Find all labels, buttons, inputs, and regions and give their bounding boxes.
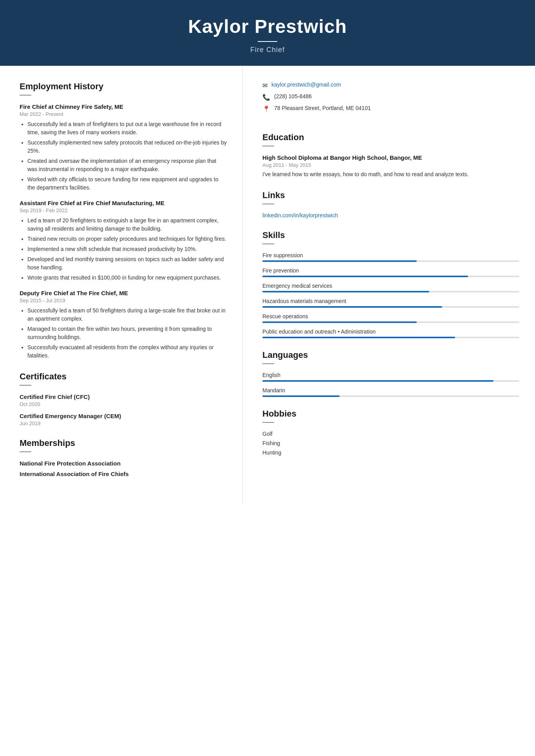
main-content: Employment History Fire Chief at Chimney… [0,66,535,505]
lang-1: Mandarin [262,387,519,397]
skill-bar-fill-1 [262,276,468,277]
job-title-header: Fire Chief [8,46,527,54]
memberships-divider [20,451,31,452]
lang-0: English [262,372,519,382]
bullet-1-2: Implemented a new shift schedule that in… [27,245,227,253]
skill-3: Hazardous materials management [262,298,519,308]
job-item-1: Assistant Fire Chief at Fire Chief Manuf… [20,200,227,282]
employment-divider [20,95,31,96]
edu-date-0: Aug 2011 - May 2015 [262,162,519,168]
lang-bar-bg-0 [262,380,519,382]
cert-item-1: Certified Emergency Manager (CEM) Jun 20… [20,413,227,426]
hobby-1: Fishing [262,440,519,446]
skill-name-3: Hazardous materials management [262,298,519,304]
lang-bar-bg-1 [262,395,519,397]
skill-0: Fire suppression [262,252,519,262]
edu-degree-0: High School Diploma at Bangor High Schoo… [262,154,519,161]
certificates-section: Certificates Certified Fire Chief (CFC) … [20,372,227,426]
job-bullets-2: Successfully led a team of 50 firefighte… [20,307,227,360]
memberships-title: Memberships [20,438,227,448]
skill-name-1: Fire prevention [262,267,519,274]
languages-title: Languages [262,350,519,360]
skill-name-0: Fire suppression [262,252,519,258]
phone-number: (228) 105-8486 [274,93,312,99]
memberships-section: Memberships National Fire Protection Ass… [20,438,227,477]
job-item-0: Fire Chief at Chimney Fire Safety, ME Ma… [20,103,227,192]
lang-bar-fill-0 [262,380,493,382]
edu-item-0: High School Diploma at Bangor High Schoo… [262,154,519,179]
skill-name-2: Emergency medical services [262,283,519,289]
header-section: Kaylor Prestwich Fire Chief [0,0,535,66]
cert-name-1: Certified Emergency Manager (CEM) [20,413,227,419]
full-name: Kaylor Prestwich [8,16,527,37]
hobbies-section: Hobbies Golf Fishing Hunting [262,409,519,456]
job-item-2: Deputy Fire Chief at The Fire Chief, ME … [20,290,227,360]
employment-title: Employment History [20,81,227,92]
bullet-1-1: Trained new recruits on proper safety pr… [27,235,227,243]
contact-address: 📍 78 Pleasant Street, Portland, ME 04101 [262,105,519,113]
bullet-0-0: Successfully led a team of firefighters … [27,120,227,137]
skill-bar-bg-0 [262,260,519,262]
job-title-0: Fire Chief at Chimney Fire Safety, ME [20,103,227,110]
skill-2: Emergency medical services [262,283,519,292]
left-column: Employment History Fire Chief at Chimney… [0,66,243,505]
skill-bar-bg-4 [262,321,519,323]
bullet-0-3: Worked with city officials to secure fun… [27,175,227,192]
right-column: ✉ kaylor.prestwich@gmail.com 📞 (228) 105… [243,66,535,505]
location-icon: 📍 [262,105,270,113]
contact-section: ✉ kaylor.prestwich@gmail.com 📞 (228) 105… [262,81,519,121]
job-date-2: Sep 2015 - Jul 2019 [20,298,227,303]
bullet-0-1: Successfully implemented new safety prot… [27,139,227,155]
links-divider [262,204,274,204]
cert-name-0: Certified Fire Chief (CFC) [20,393,227,400]
skills-section: Skills Fire suppression Fire prevention … [262,230,519,338]
email-icon: ✉ [262,82,268,89]
skill-4: Rescue operations [262,313,519,323]
lang-bar-fill-1 [262,395,340,397]
certificates-divider [20,385,31,386]
email-link[interactable]: kaylor.prestwich@gmail.com [271,81,341,88]
job-date-1: Sep 2019 - Feb 2022 [20,207,227,213]
skill-bar-bg-5 [262,337,519,338]
hobbies-divider [262,422,274,423]
skill-bar-fill-5 [262,337,455,338]
job-title-2: Deputy Fire Chief at The Fire Chief, ME [20,290,227,296]
skill-name-4: Rescue operations [262,313,519,319]
phone-icon: 📞 [262,94,270,101]
bullet-2-2: Successfully evacuated all residents fro… [27,343,227,360]
bullet-2-1: Managed to contain the fire within two h… [27,325,227,341]
cert-date-0: Oct 2020 [20,401,227,407]
employment-section: Employment History Fire Chief at Chimney… [20,81,227,360]
links-title: Links [262,190,519,200]
skill-5: Public education and outreach • Administ… [262,328,519,338]
bullet-0-2: Created and oversaw the implementation o… [27,157,227,173]
member-0: National Fire Protection Association [20,460,227,467]
skills-title: Skills [262,230,519,240]
linkedin-link[interactable]: linkedin.com/in/kaylorprestwich [262,212,338,218]
skill-1: Fire prevention [262,267,519,277]
education-title: Education [262,132,519,143]
cert-date-1: Jun 2019 [20,420,227,426]
education-section: Education High School Diploma at Bangor … [262,132,519,179]
skill-bar-fill-4 [262,321,417,323]
edu-desc-0: I've learned how to write essays, how to… [262,170,519,179]
bullet-1-0: Led a team of 20 firefighters to extingu… [27,217,227,233]
contact-email: ✉ kaylor.prestwich@gmail.com [262,81,519,89]
lang-name-1: Mandarin [262,387,519,393]
bullet-1-3: Developed and led monthly training sessi… [27,255,227,272]
skill-bar-fill-3 [262,306,442,308]
skill-bar-fill-0 [262,260,417,262]
languages-divider [262,363,274,364]
skills-divider [262,244,274,244]
hobby-2: Hunting [262,449,519,456]
job-bullets-0: Successfully led a team of firefighters … [20,120,227,192]
education-divider [262,146,274,146]
job-title-1: Assistant Fire Chief at Fire Chief Manuf… [20,200,227,206]
job-date-0: Mar 2022 - Present [20,111,227,117]
links-section: Links linkedin.com/in/kaylorprestwich [262,190,519,218]
languages-section: Languages English Mandarin [262,350,519,397]
skill-bar-bg-3 [262,306,519,308]
job-bullets-1: Led a team of 20 firefighters to extingu… [20,217,227,282]
member-1: International Association of Fire Chiefs [20,471,227,477]
hobby-0: Golf [262,431,519,437]
